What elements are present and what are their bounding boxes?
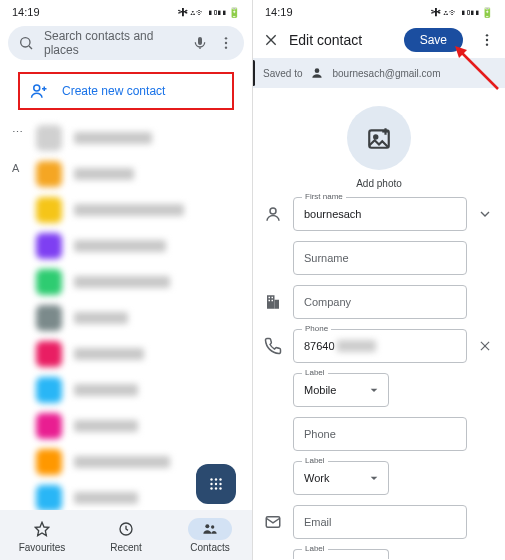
svg-point-29 xyxy=(374,135,377,138)
label-value: Work xyxy=(304,472,329,484)
phone-field-1[interactable]: Phone 87640 xyxy=(293,329,467,363)
svg-point-10 xyxy=(215,478,217,480)
more-vert-icon[interactable] xyxy=(479,32,495,48)
email-icon xyxy=(264,513,282,531)
svg-point-27 xyxy=(315,68,320,73)
contact-row[interactable] xyxy=(0,336,252,372)
svg-point-5 xyxy=(225,46,227,48)
phone-label-dropdown-1[interactable]: Label Mobile xyxy=(293,373,389,407)
first-name-value: bournesach xyxy=(304,208,362,220)
add-image-icon xyxy=(366,125,392,151)
email-label-dropdown[interactable]: Label xyxy=(293,549,389,559)
svg-point-6 xyxy=(34,85,40,91)
contact-row[interactable] xyxy=(0,192,252,228)
phone-icon xyxy=(264,337,282,355)
contact-row[interactable] xyxy=(0,156,252,192)
label-text: Label xyxy=(302,544,328,553)
email-field[interactable]: Email xyxy=(293,505,467,539)
phone-field-2[interactable]: Phone xyxy=(293,417,467,451)
tab-favourites[interactable]: Favourites xyxy=(0,510,84,560)
svg-point-20 xyxy=(205,524,209,528)
saved-to-banner[interactable]: Saved to bournesach@gmail.com xyxy=(253,58,505,88)
svg-marker-41 xyxy=(371,389,378,392)
phone-value: 87640 xyxy=(304,340,376,352)
tab-label: Contacts xyxy=(190,542,229,553)
svg-rect-36 xyxy=(272,297,274,299)
contact-avatar xyxy=(36,341,62,367)
contact-row[interactable] xyxy=(0,300,252,336)
edit-contact-form: First name bournesach Surname Company xyxy=(253,197,505,559)
contact-row[interactable] xyxy=(0,228,252,264)
contact-row[interactable] xyxy=(0,372,252,408)
contact-avatar xyxy=(36,197,62,223)
svg-point-0 xyxy=(21,38,30,47)
person-add-icon xyxy=(30,82,48,100)
dropdown-icon xyxy=(366,382,382,398)
add-photo-section: Add photo xyxy=(253,88,505,197)
contacts-list: ⋯ A xyxy=(0,120,252,516)
clear-icon[interactable] xyxy=(478,339,492,353)
contact-avatar xyxy=(36,485,62,511)
tab-recent[interactable]: Recent xyxy=(84,510,168,560)
close-icon[interactable] xyxy=(263,32,279,48)
status-time: 14:19 xyxy=(265,6,293,18)
section-other: ⋯ xyxy=(12,126,23,139)
contact-avatar xyxy=(36,413,62,439)
svg-point-14 xyxy=(219,483,221,485)
status-icons: ✱ ⁂ ᯤ ▮▯▮▮ 🔋 xyxy=(431,7,493,18)
create-contact-label: Create new contact xyxy=(62,84,165,98)
search-bar[interactable]: Search contacts and places xyxy=(8,26,244,60)
svg-point-11 xyxy=(219,478,221,480)
svg-marker-18 xyxy=(35,522,48,535)
create-new-contact-button[interactable]: Create new contact xyxy=(18,72,234,110)
svg-point-3 xyxy=(225,37,227,39)
svg-point-4 xyxy=(225,42,227,44)
search-placeholder: Search contacts and places xyxy=(44,29,182,57)
surname-field[interactable]: Surname xyxy=(293,241,467,275)
contact-avatar xyxy=(36,125,62,151)
surname-placeholder: Surname xyxy=(304,252,349,264)
more-vert-icon[interactable] xyxy=(218,35,234,51)
label-text: Label xyxy=(302,456,328,465)
first-name-field[interactable]: First name bournesach xyxy=(293,197,467,231)
contact-row[interactable] xyxy=(0,120,252,156)
svg-point-12 xyxy=(210,483,212,485)
building-icon xyxy=(264,293,282,311)
status-bar: 14:19 ✱ ⁂ ᯤ ▮▯▮▮ 🔋 xyxy=(0,0,252,22)
tab-contacts[interactable]: Contacts xyxy=(168,510,252,560)
company-placeholder: Company xyxy=(304,296,351,308)
svg-point-9 xyxy=(210,478,212,480)
svg-point-15 xyxy=(210,487,212,489)
contact-row[interactable] xyxy=(0,408,252,444)
expand-icon[interactable] xyxy=(477,206,493,222)
contact-name-blurred xyxy=(74,456,170,468)
contact-avatar xyxy=(36,449,62,475)
contact-name-blurred xyxy=(74,132,152,144)
svg-point-32 xyxy=(270,208,276,214)
phone-placeholder: Phone xyxy=(304,428,336,440)
svg-line-1 xyxy=(29,46,32,49)
phone-label-dropdown-2[interactable]: Label Work xyxy=(293,461,389,495)
svg-marker-42 xyxy=(371,477,378,480)
app-bar: Edit contact Save xyxy=(253,22,505,58)
svg-rect-2 xyxy=(198,37,202,45)
saved-to-email: bournesach@gmail.com xyxy=(332,68,440,79)
svg-point-24 xyxy=(486,34,488,36)
add-photo-button[interactable] xyxy=(347,106,411,170)
company-field[interactable]: Company xyxy=(293,285,467,319)
saved-to-label: Saved to xyxy=(263,68,302,79)
mic-icon[interactable] xyxy=(192,35,208,51)
contact-name-blurred xyxy=(74,420,138,432)
save-button[interactable]: Save xyxy=(404,28,463,52)
label-value: Mobile xyxy=(304,384,336,396)
contact-name-blurred xyxy=(74,348,144,360)
star-icon xyxy=(34,521,50,537)
svg-point-17 xyxy=(219,487,221,489)
dialpad-fab[interactable] xyxy=(196,464,236,504)
svg-rect-34 xyxy=(275,300,280,309)
tab-label: Recent xyxy=(110,542,142,553)
contact-avatar xyxy=(36,233,62,259)
contact-row[interactable] xyxy=(0,264,252,300)
label-text: Label xyxy=(302,368,328,377)
contact-name-blurred xyxy=(74,204,184,216)
